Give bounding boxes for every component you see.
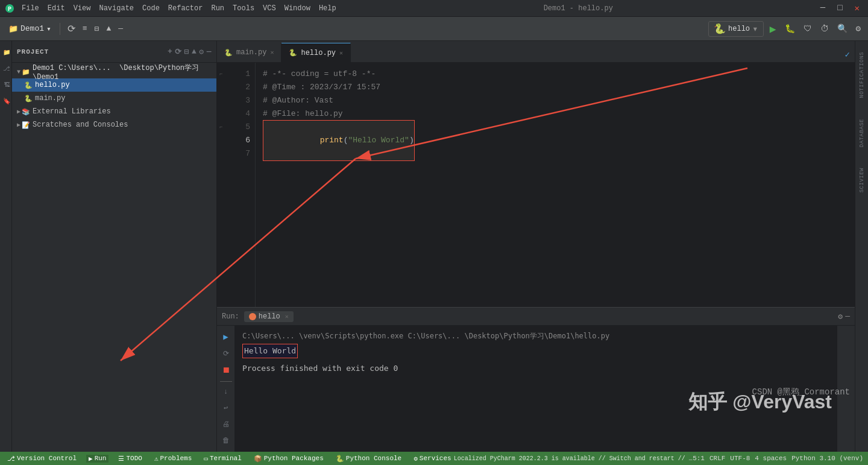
- menu-navigate[interactable]: Navigate: [95, 3, 137, 14]
- python-packages-icon: 📦: [254, 455, 262, 463]
- hello-world-output: Hello World: [242, 344, 298, 358]
- status-left: ⎇ Version Control ▶ Run ☰ TODO ⚠ Problem…: [5, 455, 454, 463]
- menu-help[interactable]: Help: [315, 3, 340, 14]
- cursor-position[interactable]: 5:1: [693, 455, 705, 462]
- tab-main-py[interactable]: 🐍 main.py ✕: [217, 43, 281, 62]
- menu-file[interactable]: File: [18, 3, 43, 14]
- run-label: Run:: [222, 312, 239, 321]
- tab-close-hello[interactable]: ✕: [339, 49, 343, 57]
- close-button[interactable]: ✕: [851, 2, 863, 14]
- indent[interactable]: 4 spaces: [755, 455, 787, 462]
- gutter-line-2: [217, 81, 225, 94]
- activity-bookmarks[interactable]: 🔖: [1, 95, 10, 107]
- status-todo[interactable]: ☰ TODO: [116, 455, 144, 463]
- sync-files-button[interactable]: ⟳: [65, 21, 78, 37]
- sidebar-gear-btn[interactable]: ⚙: [199, 47, 204, 57]
- terminal-label: Terminal: [210, 455, 242, 462]
- activity-project[interactable]: 📁: [1, 46, 10, 58]
- run-tab-close[interactable]: ✕: [285, 313, 289, 320]
- coverage-button[interactable]: 🛡: [801, 22, 814, 36]
- tree-item-scratches[interactable]: ▶ 📝 Scratches and Consoles: [12, 118, 216, 131]
- python-version[interactable]: Python 3.10 (venv): [791, 455, 863, 462]
- status-problems[interactable]: ⚠ Problems: [152, 455, 194, 463]
- menu-window[interactable]: Window: [281, 3, 314, 14]
- code-editor[interactable]: ⌐ ⌐ 1 2 3 4 5 6 7 # -*- coding = utf-8 -…: [217, 63, 855, 307]
- menu-code[interactable]: Code: [139, 3, 163, 14]
- encoding[interactable]: UTF-8: [730, 455, 750, 462]
- sidebar-collapse-btn[interactable]: ▲: [192, 47, 197, 57]
- run-config-dropdown: ▾: [752, 23, 758, 35]
- activity-commit[interactable]: ⎇: [1, 63, 10, 74]
- run-settings-icon[interactable]: ⚙: [838, 312, 843, 321]
- gutter: ⌐ ⌐: [217, 63, 225, 307]
- arrow-icon: ▼: [17, 69, 20, 75]
- run-button[interactable]: ▶: [767, 20, 779, 38]
- menu-refactor[interactable]: Refactor: [165, 3, 207, 14]
- project-selector[interactable]: 📁 Demo1 ▾: [5, 22, 55, 36]
- status-services[interactable]: ⚙ Services: [411, 455, 453, 463]
- status-notification[interactable]: Localized PyCharm 2022.2.3 is available …: [454, 455, 693, 462]
- status-run[interactable]: ▶ Run: [86, 455, 108, 463]
- status-python-console[interactable]: 🐍 Python Console: [333, 455, 404, 463]
- comment-4: # @File: hello.py: [263, 107, 343, 121]
- activity-structure[interactable]: 🏗: [1, 79, 11, 90]
- line-numbers: 1 2 3 4 5 6 7: [225, 63, 256, 307]
- toolbar-filter-btn[interactable]: ⊟: [92, 22, 102, 36]
- status-terminal[interactable]: ▭ Terminal: [201, 455, 244, 463]
- run-minimize-icon[interactable]: —: [845, 312, 850, 321]
- sidebar-sync-btn[interactable]: ⟳: [175, 47, 182, 57]
- menu-bar[interactable]: File Edit View Navigate Code Refactor Ru…: [18, 3, 340, 14]
- status-vcs[interactable]: ⎇ Version Control: [5, 455, 79, 463]
- exit-text: Process finished with exit code 0: [242, 364, 398, 373]
- sidebar-close-btn[interactable]: —: [207, 47, 212, 57]
- toolbar-settings-btn[interactable]: —: [116, 22, 125, 36]
- right-sciview[interactable]: SciView: [858, 165, 866, 195]
- menu-edit[interactable]: Edit: [44, 3, 69, 14]
- gutter-line-3: [217, 94, 225, 107]
- run-config-selector[interactable]: 🐍 hello ▾: [708, 21, 764, 37]
- code-line-7: [263, 147, 848, 160]
- run-output: C:\Users\... \venv\Scripts\python.exe C:…: [235, 326, 837, 452]
- run-output-hello: Hello World: [242, 344, 829, 358]
- menu-vcs[interactable]: VCS: [259, 3, 280, 14]
- run-soft-wrap-btn[interactable]: ↩: [222, 402, 230, 414]
- tree-item-external-libs[interactable]: ▶ 📚 External Libraries: [12, 105, 216, 118]
- gutter-line-1: ⌐: [217, 68, 225, 81]
- app-icon: P: [5, 4, 14, 13]
- code-content[interactable]: # -*- coding = utf-8 -*- # @Time : 2023/…: [256, 63, 855, 307]
- run-tab-hello[interactable]: hello ✕: [244, 311, 294, 322]
- toolbar-extra-btn[interactable]: ≡: [80, 22, 90, 36]
- run-rerun-btn[interactable]: ⟳: [221, 347, 231, 360]
- menu-tools[interactable]: Tools: [229, 3, 258, 14]
- menu-view[interactable]: View: [70, 3, 95, 14]
- sidebar-add-btn[interactable]: +: [168, 47, 172, 57]
- tree-item-main-py[interactable]: 🐍 main.py: [12, 92, 216, 105]
- run-clear-btn[interactable]: 🗑: [221, 434, 231, 447]
- run-play-btn[interactable]: ▶: [221, 330, 230, 344]
- run-scroll-btn[interactable]: ↓: [222, 386, 230, 398]
- toolbar-collapse-btn[interactable]: ▲: [104, 22, 113, 36]
- tab-label-hello: hello.py: [301, 49, 336, 57]
- minimize-button[interactable]: ─: [817, 2, 829, 14]
- line-num-1: 1: [230, 68, 250, 81]
- right-database[interactable]: Database: [858, 116, 866, 150]
- maximize-button[interactable]: □: [834, 2, 846, 14]
- tab-hello-py[interactable]: 🐍 hello.py ✕: [281, 43, 351, 62]
- sidebar-filter-btn[interactable]: ⊟: [184, 47, 189, 57]
- toolbar-left: 📁 Demo1 ▾ ⟳ ≡ ⊟ ▲ —: [5, 21, 125, 37]
- status-python-packages[interactable]: 📦 Python Packages: [251, 455, 326, 463]
- right-notifications[interactable]: Notifications: [858, 49, 866, 101]
- line-ending[interactable]: CRLF: [709, 455, 725, 462]
- debug-button[interactable]: 🐛: [782, 21, 797, 36]
- tree-item-demo1[interactable]: ▼ 📁 Demo1 C:\Users\... \Desktop\Python学习…: [12, 65, 216, 78]
- run-stop-btn[interactable]: ⏹: [220, 364, 232, 377]
- run-with-profiler[interactable]: ⏱: [818, 22, 831, 36]
- settings-button[interactable]: ⚙: [854, 21, 863, 36]
- fn-print: print: [320, 136, 344, 145]
- menu-run[interactable]: Run: [207, 3, 228, 14]
- run-status-label: Run: [95, 455, 107, 462]
- window-controls[interactable]: ─ □ ✕: [817, 2, 863, 14]
- tab-close-main[interactable]: ✕: [270, 49, 274, 56]
- run-print-btn[interactable]: 🖨: [221, 418, 231, 431]
- search-everywhere[interactable]: 🔍: [835, 21, 850, 36]
